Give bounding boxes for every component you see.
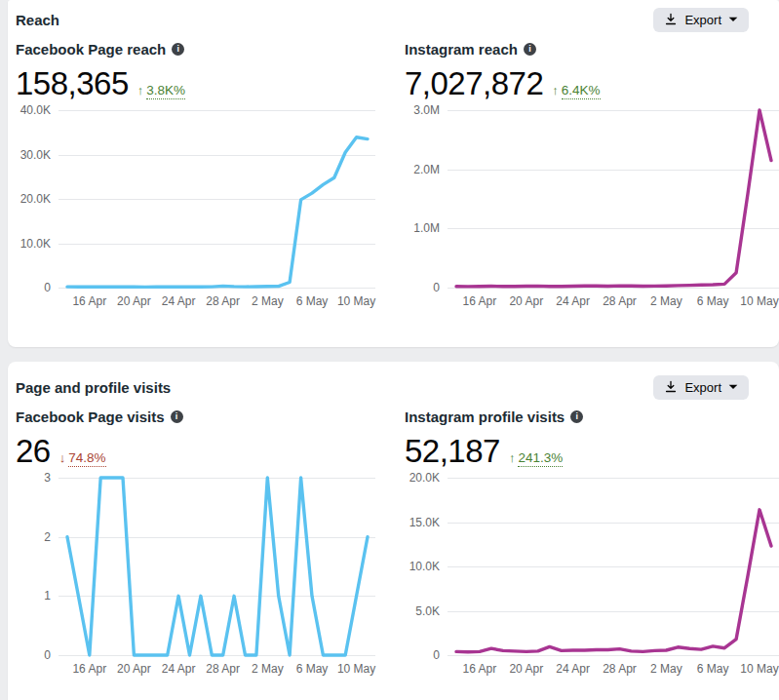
x-axis-tick-label: 28 Apr: [603, 662, 637, 676]
metric-row: 52,187 ↑ 241.3%: [405, 433, 779, 470]
x-axis-tick-label: 16 Apr: [72, 294, 106, 308]
x-axis: 16 Apr20 Apr24 Apr28 Apr2 May6 May10 May: [58, 294, 375, 310]
download-icon: [664, 380, 678, 394]
x-axis: 16 Apr20 Apr24 Apr28 Apr2 May6 May10 May: [448, 294, 779, 310]
panel-title-row: Facebook Page reach i: [16, 41, 375, 58]
facebook-page-reach-plot-area[interactable]: [58, 110, 375, 288]
trend-badge[interactable]: ↑ 3.8K%: [137, 83, 185, 99]
x-axis-tick-label: 24 Apr: [556, 294, 590, 308]
y-axis-tick-label: 10.0K: [16, 237, 51, 251]
instagram-reach-chart[interactable]: 3.0M2.0M1.0M016 Apr20 Apr24 Apr28 Apr2 M…: [405, 110, 779, 310]
arrow-up-icon: ↑: [137, 83, 144, 97]
x-axis-tick-label: 6 May: [697, 294, 729, 308]
x-axis-tick-label: 28 Apr: [603, 294, 637, 308]
instagram-reach-plot-area[interactable]: [448, 110, 779, 288]
trend-percent: 241.3%: [518, 450, 563, 467]
info-icon[interactable]: i: [171, 410, 183, 423]
panel-title-instagram-reach: Instagram reach: [405, 41, 518, 58]
facebook-page-visits-chart[interactable]: 321016 Apr20 Apr24 Apr28 Apr2 May6 May10…: [16, 478, 375, 678]
export-button-visits[interactable]: Export: [653, 375, 749, 400]
metric-row: 7,027,872 ↑ 6.4K%: [405, 65, 779, 102]
metric-row: 158,365 ↑ 3.8K%: [16, 65, 375, 102]
x-axis-tick-label: 28 Apr: [206, 662, 240, 676]
facebook-page-reach-svg: [58, 110, 375, 288]
info-icon[interactable]: i: [172, 43, 184, 56]
info-icon[interactable]: i: [524, 43, 536, 56]
x-axis-tick-label: 2 May: [650, 662, 682, 676]
download-icon: [664, 13, 678, 26]
panel-title-facebook-page-visits: Facebook Page visits: [16, 408, 165, 425]
section-title-reach: Reach: [16, 12, 59, 28]
arrow-up-icon: ↑: [552, 83, 559, 97]
insights-page: { "colors": { "positive": "#4A8234", "ne…: [0, 0, 779, 700]
section-title-visits: Page and profile visits: [16, 379, 171, 396]
facebook-page-visits-series-line: [67, 478, 368, 655]
x-axis-tick-label: 10 May: [337, 662, 375, 676]
visits-panels: Facebook Page visits i 26 ↓ 74.8% 321016…: [8, 401, 779, 678]
facebook-page-visits-svg: [58, 478, 375, 655]
x-axis-tick-label: 10 May: [337, 294, 375, 308]
info-icon[interactable]: i: [570, 410, 583, 423]
trend-percent: 74.8%: [68, 450, 105, 467]
x-axis-tick-label: 20 Apr: [117, 294, 151, 308]
visits-card-header: Page and profile visits Export: [8, 362, 779, 401]
x-axis-tick-label: 28 Apr: [206, 294, 240, 308]
y-axis-tick-label: 40.0K: [16, 103, 51, 117]
y-axis-tick-label: 1: [16, 589, 51, 603]
trend-percent: 3.8K%: [146, 83, 185, 99]
facebook-page-reach-series-line: [67, 137, 368, 288]
facebook-page-visits-plot-area[interactable]: [58, 478, 375, 655]
instagram-profile-visits-series-line: [456, 510, 771, 652]
instagram-profile-visits-svg: [448, 478, 779, 655]
x-axis-tick-label: 24 Apr: [162, 294, 196, 308]
y-axis-tick-label: 10.0K: [405, 560, 440, 573]
x-axis-tick-label: 20 Apr: [509, 662, 543, 676]
instagram-profile-visits-chart[interactable]: 20.0K15.0K10.0K5.0K016 Apr20 Apr24 Apr28…: [405, 478, 779, 678]
panel-title-facebook-page-reach: Facebook Page reach: [16, 41, 166, 58]
x-axis-tick-label: 24 Apr: [162, 662, 196, 676]
instagram-profile-visits-plot-area[interactable]: [448, 478, 779, 655]
x-axis-tick-label: 2 May: [252, 662, 284, 676]
x-axis-tick-label: 20 Apr: [117, 662, 151, 676]
x-axis-tick-label: 2 May: [650, 294, 682, 308]
metric-row: 26 ↓ 74.8%: [16, 433, 375, 470]
x-axis-tick-label: 6 May: [296, 662, 329, 676]
y-axis-tick-label: 5.0K: [405, 604, 440, 618]
y-axis-tick-label: 0: [405, 648, 440, 662]
instagram-profile-visits-panel: Instagram profile visits i 52,187 ↑ 241.…: [389, 401, 779, 678]
metric-value: 7,027,872: [405, 65, 543, 102]
caret-down-icon: [728, 384, 738, 390]
y-axis-tick-label: 30.0K: [16, 148, 51, 162]
x-axis-tick-label: 20 Apr: [509, 294, 543, 308]
x-axis-tick-label: 16 Apr: [463, 662, 497, 676]
y-axis-tick-label: 3: [16, 471, 51, 485]
page-and-profile-visits-card: Page and profile visits Export Facebook …: [8, 362, 779, 700]
arrow-up-icon: ↑: [509, 450, 516, 465]
trend-badge[interactable]: ↑ 241.3%: [509, 450, 563, 467]
x-axis-tick-label: 16 Apr: [72, 662, 106, 676]
panel-title-row: Facebook Page visits i: [16, 408, 375, 425]
trend-badge[interactable]: ↓ 74.8%: [59, 450, 106, 467]
metric-value: 52,187: [405, 433, 500, 470]
panel-title-instagram-profile-visits: Instagram profile visits: [405, 408, 565, 425]
y-axis-tick-label: 2: [16, 530, 51, 544]
facebook-page-visits-panel: Facebook Page visits i 26 ↓ 74.8% 321016…: [8, 401, 389, 678]
trend-percent: 6.4K%: [562, 83, 601, 99]
h-gridline: [448, 655, 779, 656]
instagram-reach-svg: [448, 110, 779, 288]
panel-title-row: Instagram reach i: [405, 41, 779, 58]
x-axis-tick-label: 10 May: [740, 294, 778, 308]
trend-badge[interactable]: ↑ 6.4K%: [552, 83, 600, 99]
instagram-reach-panel: Instagram reach i 7,027,872 ↑ 6.4K% 3.0M…: [389, 33, 779, 310]
x-axis-tick-label: 2 May: [252, 294, 284, 308]
x-axis: 16 Apr20 Apr24 Apr28 Apr2 May6 May10 May: [58, 662, 375, 678]
y-axis-tick-label: 15.0K: [405, 516, 440, 529]
metric-value: 26: [16, 433, 51, 470]
reach-card-header: Reach Export: [8, 0, 779, 33]
arrow-down-icon: ↓: [59, 450, 66, 465]
export-button-reach[interactable]: Export: [653, 8, 749, 32]
reach-panels: Facebook Page reach i 158,365 ↑ 3.8K% 40…: [8, 33, 779, 310]
x-axis-tick-label: 10 May: [740, 662, 778, 676]
facebook-page-reach-chart[interactable]: 40.0K30.0K20.0K10.0K016 Apr20 Apr24 Apr2…: [16, 110, 375, 310]
x-axis-tick-label: 6 May: [697, 662, 729, 676]
